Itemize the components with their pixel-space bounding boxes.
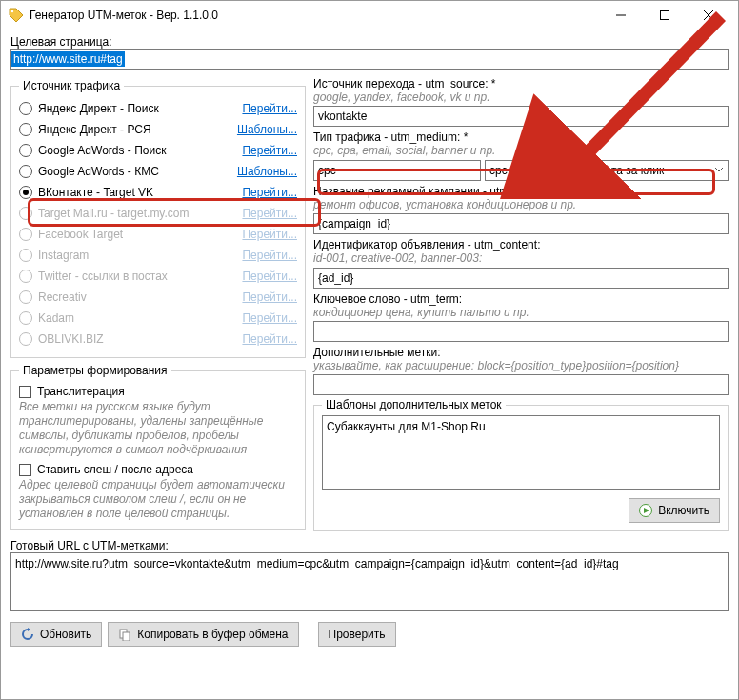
utm-medium-label: Тип трафика - utm_medium: * [313, 130, 729, 144]
traffic-row-fb: Facebook TargetПерейти... [19, 224, 297, 245]
traffic-link-recreativ[interactable]: Перейти... [242, 290, 297, 304]
traffic-radio-ga-kmc[interactable] [19, 165, 32, 178]
utm-content-input[interactable] [313, 268, 729, 289]
traffic-link-yd-rsya[interactable]: Шаблоны... [237, 123, 297, 136]
refresh-icon [21, 628, 34, 641]
maximize-button[interactable] [643, 1, 687, 30]
traffic-label-oblivki: OBLIVKI.BIZ [38, 332, 242, 346]
utm-extra-hint: указывайте, как расширение: block={posit… [313, 359, 729, 372]
traffic-radio-kadam [19, 311, 32, 325]
copy-label: Копировать в буфер обмена [137, 628, 288, 641]
traffic-link-kadam[interactable]: Перейти... [242, 311, 297, 325]
copy-button[interactable]: Копировать в буфер обмена [108, 622, 298, 647]
check-button[interactable]: Проверить [318, 622, 396, 647]
enable-button[interactable]: Включить [629, 498, 720, 523]
traffic-source-group: Источник трафика Яндекс Директ - ПоискПе… [10, 79, 306, 358]
utm-term-hint: кондиционер цена, купить пальто и пр. [313, 306, 729, 319]
slash-checkbox[interactable] [19, 464, 31, 476]
traffic-radio-fb [19, 228, 32, 241]
utm-medium-select[interactable]: cpc – cost per click, плата за клик [485, 160, 729, 181]
params-group: Параметры формирования Транслитерация Вс… [10, 364, 306, 530]
traffic-radio-yd-rsya[interactable] [19, 123, 32, 136]
traffic-link-ga-kmc[interactable]: Шаблоны... [237, 165, 297, 178]
result-label: Готовый URL с UTM-метками: [10, 539, 729, 552]
utm-campaign-input[interactable] [313, 213, 729, 234]
params-legend: Параметры формирования [19, 364, 171, 377]
traffic-row-mailru: Target Mail.ru - target.my.comПерейти... [19, 203, 297, 224]
extra-templates-group: Шаблоны дополнительных меток Включить [313, 405, 729, 531]
traffic-radio-tw [19, 270, 32, 283]
utm-extra-label: Дополнительные метки: [313, 346, 729, 359]
traffic-label-tw: Twitter - ссылки в постах [38, 270, 242, 283]
traffic-row-kadam: KadamПерейти... [19, 308, 297, 329]
extra-templates-textarea[interactable] [322, 415, 720, 490]
utm-term-label: Ключевое слово - utm_term: [313, 292, 729, 306]
traffic-link-oblivki[interactable]: Перейти... [242, 332, 297, 346]
traffic-label-yd-rsya: Яндекс Директ - РСЯ [38, 123, 237, 136]
traffic-radio-yd-search[interactable] [19, 102, 32, 115]
minimize-button[interactable] [599, 1, 643, 30]
utm-source-hint: google, yandex, facebook, vk и пр. [313, 90, 729, 104]
transliteration-hint: Все метки на русском языке будут трансли… [19, 400, 297, 457]
minimize-icon [616, 10, 626, 20]
utm-medium-hint: cpc, cpa, email, social, banner и пр. [313, 144, 729, 157]
traffic-row-ga-search: Google AdWords - ПоискПерейти... [19, 140, 297, 161]
traffic-link-yd-search[interactable]: Перейти... [242, 102, 297, 115]
traffic-link-fb[interactable]: Перейти... [242, 228, 297, 241]
traffic-radio-recreativ [19, 290, 32, 304]
traffic-radio-mailru [19, 207, 32, 220]
traffic-radio-ga-search[interactable] [19, 144, 32, 157]
svg-rect-2 [661, 11, 669, 20]
traffic-link-ig[interactable]: Перейти... [242, 249, 297, 262]
traffic-radio-vk[interactable] [19, 186, 32, 199]
traffic-label-ga-kmc: Google AdWords - КМС [38, 165, 237, 178]
traffic-link-vk[interactable]: Перейти... [242, 186, 297, 199]
close-button[interactable] [687, 1, 730, 30]
traffic-link-tw[interactable]: Перейти... [242, 270, 297, 283]
traffic-label-yd-search: Яндекс Директ - Поиск [38, 102, 242, 115]
traffic-source-legend: Источник трафика [19, 79, 124, 92]
copy-icon [118, 628, 131, 641]
traffic-row-yd-search: Яндекс Директ - ПоискПерейти... [19, 98, 297, 119]
traffic-label-kadam: Kadam [38, 311, 242, 325]
traffic-link-mailru[interactable]: Перейти... [242, 207, 297, 220]
transliteration-checkbox[interactable] [19, 386, 31, 398]
svg-point-0 [11, 10, 13, 12]
traffic-row-ga-kmc: Google AdWords - КМСШаблоны... [19, 161, 297, 182]
traffic-row-ig: InstagramПерейти... [19, 245, 297, 266]
check-label: Проверить [329, 628, 386, 641]
refresh-label: Обновить [40, 628, 91, 641]
utm-medium-input[interactable] [313, 160, 481, 181]
traffic-row-tw: Twitter - ссылки в постахПерейти... [19, 266, 297, 287]
target-page-label: Целевая страница: [10, 35, 729, 49]
utm-extra-input[interactable] [313, 374, 729, 395]
close-icon [704, 10, 713, 20]
target-page-value: http://www.site.ru#tag [11, 51, 125, 67]
traffic-radio-oblivki [19, 332, 32, 346]
traffic-row-yd-rsya: Яндекс Директ - РСЯШаблоны... [19, 119, 297, 140]
result-textarea[interactable] [10, 552, 729, 611]
play-icon [639, 504, 652, 517]
traffic-radio-ig [19, 249, 32, 262]
slash-label: Ставить слеш / после адреса [37, 463, 193, 476]
traffic-label-ig: Instagram [38, 249, 242, 262]
traffic-row-recreativ: RecreativПерейти... [19, 287, 297, 308]
utm-term-input[interactable] [313, 321, 729, 342]
chevron-down-icon [714, 165, 724, 174]
traffic-link-ga-search[interactable]: Перейти... [242, 144, 297, 157]
utm-content-hint: id-001, creative-002, banner-003: [313, 251, 729, 265]
target-page-input[interactable]: http://www.site.ru#tag [10, 49, 729, 70]
traffic-label-vk: ВКонтакте - Target VK [38, 186, 242, 199]
svg-rect-7 [123, 632, 130, 641]
traffic-label-fb: Facebook Target [38, 228, 242, 241]
enable-label: Включить [658, 504, 709, 517]
traffic-row-oblivki: OBLIVKI.BIZПерейти... [19, 329, 297, 350]
window-title: Генератор UTM-меток - Вер. 1.1.0.0 [30, 9, 599, 22]
utm-campaign-label: Название рекламной кампании - utm_campai… [313, 185, 729, 198]
traffic-row-vk: ВКонтакте - Target VKПерейти... [19, 182, 297, 203]
traffic-label-recreativ: Recreativ [38, 290, 242, 304]
refresh-button[interactable]: Обновить [10, 622, 102, 647]
utm-campaign-hint: ремонт офисов, установка кондиционеров и… [313, 198, 729, 211]
traffic-label-ga-search: Google AdWords - Поиск [38, 144, 242, 157]
utm-source-input[interactable] [313, 106, 729, 127]
